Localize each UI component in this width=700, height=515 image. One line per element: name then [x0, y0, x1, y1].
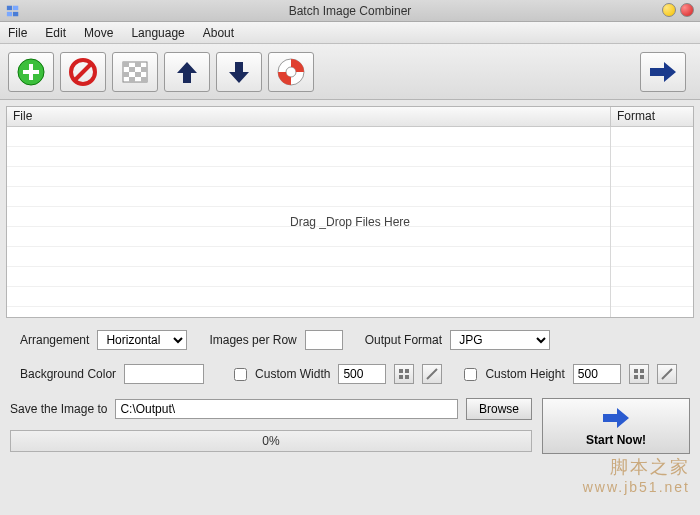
bottom-panel: Save the Image to Browse 0% Start Now! — [0, 398, 700, 454]
svg-rect-10 — [123, 62, 129, 67]
close-button[interactable] — [680, 3, 694, 17]
minimize-button[interactable] — [662, 3, 676, 17]
svg-rect-26 — [640, 369, 644, 373]
menu-edit[interactable]: Edit — [45, 26, 66, 40]
add-button[interactable] — [8, 52, 54, 92]
file-grid: File Format Drag _Drop Files Here — [6, 106, 694, 318]
custom-width-label: Custom Width — [255, 367, 330, 381]
remove-button[interactable] — [60, 52, 106, 92]
arrangement-select[interactable]: Horizontal — [97, 330, 187, 350]
svg-rect-11 — [135, 62, 141, 67]
forbidden-icon — [69, 58, 97, 86]
move-down-button[interactable] — [216, 52, 262, 92]
svg-point-19 — [286, 67, 296, 77]
height-fit-button[interactable] — [629, 364, 649, 384]
titlebar: Batch Image Combiner — [0, 0, 700, 22]
browse-button[interactable]: Browse — [466, 398, 532, 420]
arrangement-label: Arrangement — [20, 333, 89, 347]
bgcolor-swatch[interactable] — [124, 364, 204, 384]
svg-rect-6 — [23, 70, 39, 74]
svg-line-29 — [662, 369, 672, 379]
svg-rect-17 — [141, 77, 147, 82]
dropzone-hint: Drag _Drop Files Here — [290, 215, 410, 229]
svg-rect-28 — [640, 375, 644, 379]
grid-dropzone[interactable]: Drag _Drop Files Here — [7, 127, 693, 317]
column-file[interactable]: File — [7, 107, 611, 126]
move-up-button[interactable] — [164, 52, 210, 92]
svg-rect-21 — [405, 369, 409, 373]
svg-rect-22 — [399, 375, 403, 379]
menu-about[interactable]: About — [203, 26, 234, 40]
save-label: Save the Image to — [10, 402, 107, 416]
custom-height-label: Custom Height — [485, 367, 564, 381]
svg-rect-15 — [135, 72, 141, 77]
custom-width-input[interactable] — [338, 364, 386, 384]
arrow-right-icon — [601, 405, 631, 431]
images-per-row-input[interactable] — [305, 330, 343, 350]
output-format-select[interactable]: JPG — [450, 330, 550, 350]
clear-button[interactable] — [112, 52, 158, 92]
arrow-down-icon — [226, 59, 252, 85]
svg-rect-23 — [405, 375, 409, 379]
progress-bar: 0% — [10, 430, 532, 452]
diagonal-icon — [661, 368, 673, 380]
menu-file[interactable]: File — [8, 26, 27, 40]
width-scale-button[interactable] — [422, 364, 442, 384]
images-per-row-label: Images per Row — [209, 333, 296, 347]
menubar: File Edit Move Language About — [0, 22, 700, 44]
svg-line-24 — [427, 369, 437, 379]
progress-text: 0% — [262, 434, 279, 448]
grid-divider — [610, 127, 611, 317]
custom-height-input[interactable] — [573, 364, 621, 384]
svg-rect-20 — [399, 369, 403, 373]
custom-width-checkbox[interactable] — [234, 368, 247, 381]
width-fit-button[interactable] — [394, 364, 414, 384]
next-button[interactable] — [640, 52, 686, 92]
watermark: 脚本之家 www.jb51.net — [583, 455, 690, 495]
svg-rect-12 — [129, 67, 135, 72]
plus-icon — [17, 58, 45, 86]
height-scale-button[interactable] — [657, 364, 677, 384]
output-format-label: Output Format — [365, 333, 442, 347]
grid-icon — [633, 368, 645, 380]
toolbar — [0, 44, 700, 100]
svg-rect-14 — [123, 72, 129, 77]
grid-icon — [398, 368, 410, 380]
checker-icon — [121, 58, 149, 86]
lifebuoy-icon — [277, 58, 305, 86]
diagonal-icon — [426, 368, 438, 380]
svg-rect-25 — [634, 369, 638, 373]
svg-rect-16 — [129, 77, 135, 82]
arrow-right-icon — [648, 59, 678, 85]
arrow-up-icon — [174, 59, 200, 85]
svg-line-8 — [75, 64, 91, 80]
grid-header: File Format — [7, 107, 693, 127]
menu-move[interactable]: Move — [84, 26, 113, 40]
options-panel: Arrangement Horizontal Images per Row Ou… — [0, 318, 700, 384]
svg-rect-13 — [141, 67, 147, 72]
save-path-input[interactable] — [115, 399, 458, 419]
start-button[interactable]: Start Now! — [542, 398, 690, 454]
menu-language[interactable]: Language — [131, 26, 184, 40]
help-button[interactable] — [268, 52, 314, 92]
window-title: Batch Image Combiner — [0, 4, 700, 18]
svg-rect-27 — [634, 375, 638, 379]
bgcolor-label: Background Color — [20, 367, 116, 381]
column-format[interactable]: Format — [611, 107, 693, 126]
start-label: Start Now! — [586, 433, 646, 447]
custom-height-checkbox[interactable] — [464, 368, 477, 381]
